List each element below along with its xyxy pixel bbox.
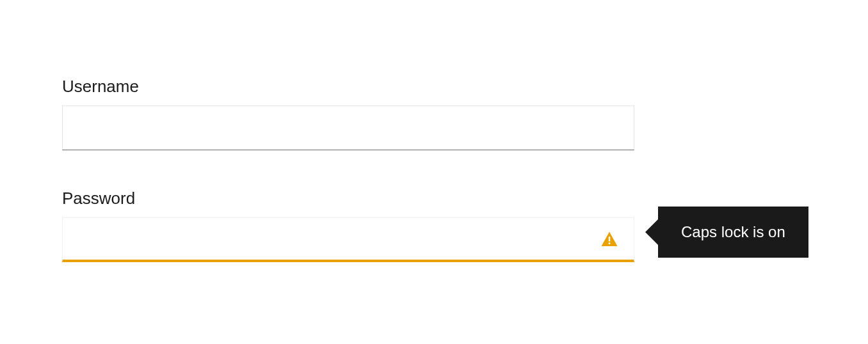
password-input[interactable] xyxy=(62,217,634,262)
password-field-group: Password xyxy=(62,189,634,262)
password-input-wrapper xyxy=(62,217,634,262)
login-form: Username Password xyxy=(62,77,634,301)
username-field-group: Username xyxy=(62,77,634,150)
caps-lock-tooltip: Caps lock is on xyxy=(658,207,808,258)
warning-triangle-icon xyxy=(600,230,619,249)
svg-rect-1 xyxy=(609,242,611,244)
username-label: Username xyxy=(62,77,634,97)
tooltip-text: Caps lock is on xyxy=(681,223,785,240)
svg-rect-0 xyxy=(609,237,611,242)
password-label: Password xyxy=(62,189,634,208)
username-input-wrapper xyxy=(62,106,634,150)
username-input[interactable] xyxy=(62,106,634,150)
